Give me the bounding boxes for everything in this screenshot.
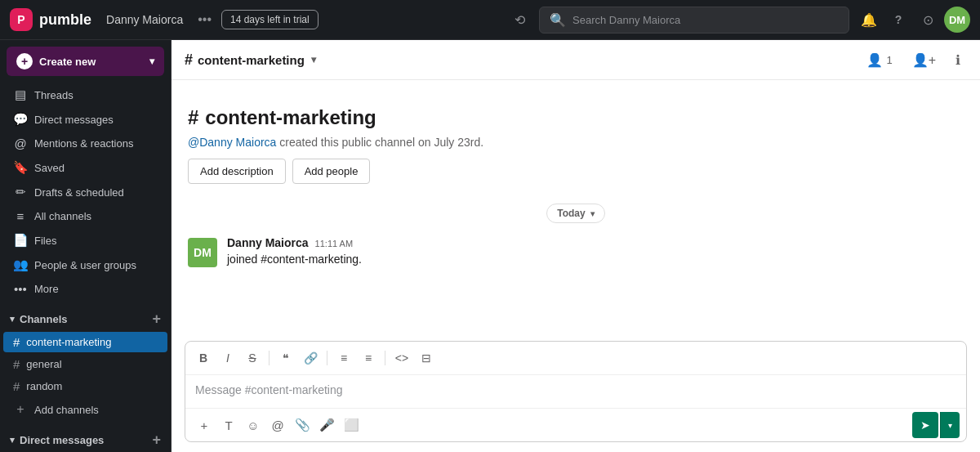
sidebar-item-threads[interactable]: ▤ Threads [3,83,167,106]
sidebar-item-label: People & user groups [34,259,136,271]
avatar[interactable]: DM [944,7,970,33]
intro-desc-content: created this public channel on July 23rd… [279,136,483,149]
drafts-icon: ✏ [13,185,28,199]
message-content: Danny Maiorca 11:11 AM joined #content-m… [227,236,964,268]
sidebar-item-label: Drafts & scheduled [34,186,124,199]
sidebar-item-drafts[interactable]: ✏ Drafts & scheduled [3,181,167,204]
search-input[interactable] [572,14,839,26]
input-toolbar: B I S ❝ 🔗 ≡ ≡ <> ⊟ [185,342,966,375]
members-button[interactable]: 👤 1 [860,48,898,72]
add-channel-icon[interactable]: + [152,311,161,328]
add-channels-label: Add channels [34,404,99,416]
add-description-button[interactable]: Add description [188,159,286,184]
channel-title: content-marketing [198,53,305,67]
expand-button[interactable]: ⬜ [339,413,363,437]
link-button[interactable]: 🔗 [299,347,322,369]
user-menu[interactable]: Danny Maiorca [101,10,188,29]
sidebar-item-label: Mentions & reactions [34,137,133,150]
channels-section-label: Channels [20,313,68,325]
send-button[interactable]: ➤ [912,412,938,438]
sidebar-item-mentions[interactable]: @ Mentions & reactions [3,132,167,154]
emoji-button[interactable]: ☺ [241,413,265,437]
create-label: Create new [39,56,96,68]
message-time: 11:11 AM [315,239,353,248]
intro-mention: @Danny Maiorca [188,136,276,149]
code-button[interactable]: <> [390,347,413,369]
send-chevron-icon: ▾ [948,421,952,430]
logo-text: pumble [39,11,91,29]
channels-section[interactable]: ▾ Channels + [0,304,171,331]
channels-collapse-icon: ▾ [10,314,15,324]
channel-area: # content-marketing ▾ 👤 1 👤+ ℹ [172,40,980,452]
code-block-button[interactable]: ⊟ [415,347,438,369]
help-button[interactable]: ? [885,7,911,33]
channel-intro-desc: @Danny Maiorca created this public chann… [188,136,964,149]
message-row: DM Danny Maiorca 11:11 AM joined #conten… [172,230,980,275]
sidebar-item-more[interactable]: ••• More [3,278,167,300]
intro-channel-name: content-marketing [205,106,376,129]
strikethrough-button[interactable]: S [241,347,264,369]
all-channels-icon: ≡ [13,209,28,223]
add-button[interactable]: + [192,413,216,437]
send-area: ➤ ▾ [912,412,960,438]
add-people-button[interactable]: Add people [292,159,371,184]
create-new-button[interactable]: + Create new ▾ [7,47,164,76]
unordered-list-button[interactable]: ≡ [357,347,380,369]
threads-icon: ▤ [13,87,28,102]
date-pill[interactable]: Today ▾ [546,204,604,223]
sidebar-item-label: Threads [34,89,74,101]
ordered-list-button[interactable]: ≡ [332,347,355,369]
italic-button[interactable]: I [216,347,239,369]
add-channels-icon: + [13,402,28,417]
channel-item-general[interactable]: # general [3,354,167,374]
sidebar-item-label: Direct messages [34,114,114,126]
sidebar-item-people[interactable]: 👥 People & user groups [3,253,167,276]
more-options-icon[interactable]: ••• [194,9,215,30]
sidebar-item-files[interactable]: 📄 Files [3,229,167,252]
sidebar-item-direct-messages[interactable]: 💬 Direct messages [3,108,167,131]
mention-button[interactable]: @ [265,413,290,437]
messages-area: # content-marketing @Danny Maiorca creat… [172,80,980,334]
files-icon: 📄 [13,233,28,248]
message-input-field[interactable]: Message #content-marketing [185,375,966,408]
notifications-button[interactable]: 🔔 [856,7,882,33]
members-icon: 👤 [866,52,883,68]
send-icon: ➤ [920,418,930,432]
search-icon: 🔍 [550,12,566,28]
channel-intro: # content-marketing @Danny Maiorca creat… [172,80,980,197]
bell-icon: 🔔 [861,12,877,28]
create-icon: + [16,53,33,69]
info-button[interactable]: ℹ [949,48,967,72]
bold-button[interactable]: B [192,347,215,369]
channel-item-content-marketing[interactable]: # content-marketing [3,332,167,352]
channel-name: content-marketing [26,336,111,348]
topbar: P pumble Danny Maiorca ••• 14 days left … [0,0,980,40]
add-channels-button[interactable]: + Add channels [3,398,167,421]
date-divider: Today ▾ [172,197,980,230]
add-member-button[interactable]: 👤+ [906,48,942,72]
logo: P pumble [10,8,91,31]
blockquote-button[interactable]: ❝ [274,347,297,369]
dm-collapse-icon: ▾ [10,435,15,445]
channel-name: random [26,380,62,392]
message-input-box: B I S ❝ 🔗 ≡ ≡ <> ⊟ Message #content-mark… [185,341,967,442]
search-bar[interactable]: 🔍 [539,7,849,34]
sidebar-item-all-channels[interactable]: ≡ All channels [3,205,167,227]
sidebar-item-saved[interactable]: 🔖 Saved [3,156,167,179]
add-dm-icon[interactable]: + [152,432,161,449]
settings-button[interactable]: ⊙ [915,7,941,33]
audio-button[interactable]: 🎤 [314,413,339,437]
text-format-button[interactable]: T [216,413,241,437]
history-button[interactable]: ⟲ [506,7,532,33]
attachment-button[interactable]: 📎 [290,413,314,437]
member-count: 1 [886,54,892,66]
history-icon: ⟲ [514,12,525,28]
send-options-button[interactable]: ▾ [940,412,960,438]
channel-name-header[interactable]: # content-marketing ▾ [185,51,316,69]
trial-badge[interactable]: 14 days left in trial [221,10,318,29]
sidebar-item-label: More [34,283,59,295]
direct-messages-section[interactable]: ▾ Direct messages + [0,425,171,452]
channel-hash-icon: # [13,335,20,349]
help-icon: ? [895,13,902,26]
channel-item-random[interactable]: # random [3,376,167,396]
